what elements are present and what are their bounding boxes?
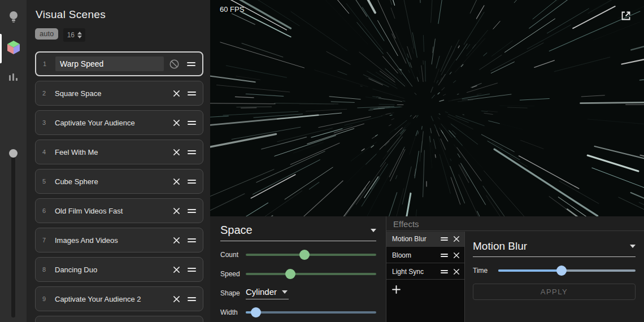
remove-scene-icon[interactable]: [173, 178, 180, 185]
effect-item[interactable]: Bloom: [386, 248, 464, 263]
scene-name: Feel With Me: [55, 148, 168, 156]
remove-scene-icon[interactable]: [173, 90, 180, 97]
scene-name: Square Space: [55, 89, 168, 98]
drag-handle-icon[interactable]: [441, 270, 448, 273]
remove-effect-icon[interactable]: [453, 268, 460, 275]
drag-handle-icon[interactable]: [188, 268, 196, 272]
scene-number: 3: [42, 119, 55, 126]
scene-name-input[interactable]: [55, 56, 164, 71]
scene-count-value: 16: [67, 31, 75, 39]
icon-rail: [0, 0, 27, 322]
chevron-down-icon[interactable]: [371, 229, 376, 232]
remove-scene-icon[interactable]: [173, 295, 180, 303]
effect-name: Motion Blur: [392, 235, 441, 243]
scene-name: Old Film Videos Fast: [55, 207, 168, 215]
time-control-row: Time: [473, 265, 636, 276]
slider-thumb[interactable]: [285, 269, 295, 279]
rail-vertical-slider-track[interactable]: [11, 151, 15, 317]
width-slider[interactable]: [246, 307, 376, 318]
space-controls: CountSpeedShapeCylinderWidth: [220, 249, 376, 318]
scene-item[interactable]: 3Captivate Your Audience: [35, 110, 203, 135]
remove-effect-icon[interactable]: [453, 236, 460, 242]
time-slider[interactable]: [498, 265, 636, 276]
drag-handle-icon[interactable]: [441, 237, 448, 241]
scene-name: Images And Videos: [55, 236, 168, 245]
scene-name: Captivate Your Audience 2: [55, 295, 168, 303]
remove-scene-icon[interactable]: [173, 207, 180, 215]
sidebar-item-lights[interactable]: [0, 8, 27, 28]
effect-item[interactable]: Motion Blur: [386, 232, 464, 247]
shape-control-row: ShapeCylinder: [220, 288, 376, 299]
scene-number: 5: [42, 178, 55, 185]
bulb-icon: [7, 10, 20, 26]
drag-handle-icon[interactable]: [441, 254, 448, 257]
drag-handle-icon[interactable]: [188, 150, 196, 154]
scene-item[interactable]: [35, 316, 203, 322]
remove-scene-icon[interactable]: [173, 237, 180, 244]
scene-controls: auto 16: [35, 28, 210, 42]
stepper-arrows-icon[interactable]: [77, 32, 82, 38]
drag-handle-icon[interactable]: [188, 180, 196, 184]
remove-scene-icon[interactable]: [173, 119, 180, 127]
drag-handle-icon[interactable]: [187, 62, 195, 66]
effects-header: Effects: [386, 216, 644, 231]
sidebar-item-stats[interactable]: [0, 69, 27, 88]
scene-item[interactable]: 4Feel With Me: [35, 140, 203, 164]
shape-select[interactable]: Cylinder: [246, 287, 289, 299]
scene-item[interactable]: 1: [35, 51, 203, 76]
speed-slider[interactable]: [246, 268, 376, 280]
effect-detail-panel: Motion Blur Time APPLY: [465, 232, 644, 322]
scene-number: 6: [42, 207, 55, 214]
scene-name: Cube Sphere: [55, 177, 168, 186]
control-label: Shape: [220, 289, 246, 297]
page-title: Visual Scenes: [27, 0, 210, 21]
scene-item[interactable]: 9Captivate Your Audience 2: [35, 286, 203, 311]
slider-thumb[interactable]: [299, 250, 310, 260]
effect-detail-controls: Time: [473, 265, 636, 276]
effect-name: Light Sync: [392, 268, 441, 276]
sidebar-item-visual-scenes[interactable]: [0, 39, 27, 58]
select-value: Cylinder: [246, 287, 277, 297]
scene-item[interactable]: 8Dancing Duo: [35, 257, 203, 282]
drag-handle-icon[interactable]: [188, 297, 196, 301]
slider-thumb[interactable]: [556, 266, 567, 276]
effect-detail-title[interactable]: Motion Blur: [473, 240, 527, 253]
add-effect-button[interactable]: [386, 281, 464, 298]
preview-viewport[interactable]: 60 FPS: [210, 0, 644, 216]
apply-button[interactable]: APPLY: [473, 284, 636, 300]
drag-handle-icon[interactable]: [188, 238, 196, 242]
scene-name: Captivate Your Audience: [55, 119, 168, 127]
divider: [220, 241, 376, 241]
control-label: Width: [220, 308, 246, 316]
remove-scene-icon[interactable]: [173, 266, 180, 273]
scene-count-stepper[interactable]: 16: [63, 28, 85, 42]
slider-thumb[interactable]: [251, 307, 261, 317]
scene-number: 8: [42, 266, 55, 273]
control-label: Count: [220, 251, 246, 259]
width-control-row: Width: [220, 307, 376, 318]
scene-item[interactable]: 7Images And Videos: [35, 228, 203, 253]
chevron-down-icon[interactable]: [630, 245, 636, 248]
external-link-icon[interactable]: [620, 10, 632, 22]
speed-control-row: Speed: [220, 268, 376, 280]
drag-handle-icon[interactable]: [188, 92, 196, 95]
auto-badge[interactable]: auto: [35, 28, 58, 40]
rail-vertical-slider-thumb[interactable]: [9, 149, 18, 158]
drag-handle-icon[interactable]: [188, 209, 196, 213]
scene-item[interactable]: 5Cube Sphere: [35, 169, 203, 194]
remove-scene-icon[interactable]: [173, 149, 180, 156]
visual-scenes-panel: Visual Scenes auto 16 12Square Space3Cap…: [27, 0, 210, 322]
cube-icon: [6, 40, 21, 58]
chevron-down-icon: [282, 290, 288, 294]
remove-effect-icon[interactable]: [453, 252, 460, 259]
space-panel-title[interactable]: Space: [220, 224, 253, 237]
scene-item[interactable]: 6Old Film Videos Fast: [35, 198, 203, 223]
scene-item[interactable]: 2Square Space: [35, 81, 203, 106]
effect-item[interactable]: Light Sync: [386, 264, 464, 280]
count-slider[interactable]: [246, 249, 376, 260]
disabled-ban-icon[interactable]: [169, 59, 180, 69]
drag-handle-icon[interactable]: [188, 121, 196, 125]
effects-panel: Effects Motion BlurBloomLight Sync Motio…: [386, 216, 644, 322]
scene-list: 12Square Space3Captivate Your Audience4F…: [35, 51, 203, 322]
effect-name: Bloom: [392, 251, 441, 259]
